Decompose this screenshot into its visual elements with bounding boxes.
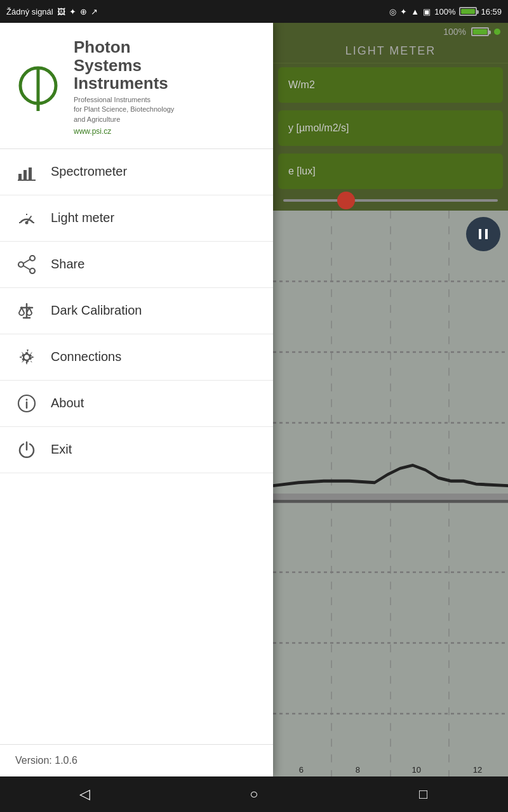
svg-point-24 <box>25 355 29 359</box>
extra-icon: ↗ <box>91 7 98 16</box>
main-content: 100% LIGHT METER W/m2 y [µmol/m2/s] e [l… <box>273 23 508 776</box>
menu-item-exit[interactable]: Exit <box>0 427 273 473</box>
spectrometer-icon <box>15 160 38 183</box>
about-icon <box>15 392 38 415</box>
drawer-logo: Photon Systems Instruments Professional … <box>0 23 273 149</box>
share-label: Share <box>51 257 84 272</box>
gps-icon: ◎ <box>389 7 396 16</box>
location-icon: ⊕ <box>80 7 87 16</box>
main-battery-icon <box>471 27 489 36</box>
menu-item-about[interactable]: About <box>0 381 273 427</box>
svg-rect-30 <box>485 229 488 239</box>
slider-thumb[interactable] <box>337 192 355 209</box>
time-display: 16:59 <box>481 7 502 16</box>
battery-percentage: 100% <box>443 27 466 37</box>
battery-icon <box>459 7 477 16</box>
wifi-icon: ▲ <box>411 7 419 16</box>
menu-item-share[interactable]: Share <box>0 242 273 288</box>
home-icon: ○ <box>250 786 258 802</box>
connection-dot <box>494 29 500 35</box>
data-box-umol: y [µmol/m2/s] <box>278 110 503 146</box>
bluetooth-icon: ✦ <box>400 7 407 16</box>
navigation-drawer: Photon Systems Instruments Professional … <box>0 23 273 776</box>
slider-area[interactable] <box>273 193 508 208</box>
company-url: www.psi.cz <box>74 127 174 136</box>
exit-label: Exit <box>51 442 72 457</box>
status-left: Žádný signál 🖼 ✦ ⊕ ↗ <box>6 7 98 16</box>
back-button[interactable]: ◁ <box>69 779 100 809</box>
calibration-icon <box>15 299 38 322</box>
chart-area: 6 8 10 12 <box>273 211 508 776</box>
svg-point-8 <box>25 221 29 224</box>
battery-text: 100% <box>434 7 455 16</box>
dark-calibration-label: Dark Calibration <box>51 303 142 318</box>
svg-rect-4 <box>23 170 27 180</box>
exit-icon <box>15 438 38 461</box>
share-icon <box>15 253 38 276</box>
signal-icon: 🖼 <box>57 7 65 16</box>
connections-label: Connections <box>51 350 121 364</box>
data-box-lux-label: e [lux] <box>288 166 316 177</box>
svg-rect-3 <box>18 174 22 180</box>
company-logo <box>13 62 64 112</box>
svg-line-15 <box>23 259 30 263</box>
menu-item-dark-calibration[interactable]: Dark Calibration <box>0 288 273 334</box>
svg-rect-39 <box>273 503 508 776</box>
light-meter-title: LIGHT METER <box>273 41 508 63</box>
x-label-12: 12 <box>473 765 482 775</box>
svg-line-16 <box>23 266 30 270</box>
drawer-menu: Spectrometer Light meter <box>0 149 273 744</box>
logo-text: Photon Systems Instruments Professional … <box>74 38 174 136</box>
svg-rect-5 <box>29 167 32 180</box>
data-box-wm2: W/m2 <box>278 67 503 103</box>
menu-item-light-meter[interactable]: Light meter <box>0 195 273 242</box>
svg-point-14 <box>30 268 35 273</box>
slider-track[interactable] <box>283 199 498 202</box>
nav-bar: ◁ ○ □ <box>0 776 508 812</box>
chart-svg <box>273 211 508 776</box>
home-button[interactable]: ○ <box>239 779 269 809</box>
company-name: Photon Systems Instruments <box>74 38 174 93</box>
svg-point-13 <box>18 262 23 267</box>
svg-rect-29 <box>479 229 481 239</box>
version-text: Version: 1.0.6 <box>0 744 273 776</box>
status-bar: Žádný signál 🖼 ✦ ⊕ ↗ ◎ ✦ ▲ ▣ 100% 16:59 <box>0 0 508 23</box>
data-box-umol-label: y [µmol/m2/s] <box>288 122 349 134</box>
recents-button[interactable]: □ <box>408 779 439 809</box>
lightmeter-label: Light meter <box>51 211 114 225</box>
data-box-lux: e [lux] <box>278 154 503 189</box>
svg-point-26 <box>26 398 28 400</box>
x-label-10: 10 <box>412 765 421 775</box>
pause-button[interactable] <box>466 217 500 251</box>
spectrometer-label: Spectrometer <box>51 164 127 179</box>
data-box-wm2-label: W/m2 <box>288 79 315 91</box>
menu-item-connections[interactable]: Connections <box>0 334 273 381</box>
signal-text: Žádný signál <box>6 7 53 16</box>
x-label-8: 8 <box>356 765 360 775</box>
status-right: ◎ ✦ ▲ ▣ 100% 16:59 <box>389 7 502 16</box>
menu-item-spectrometer[interactable]: Spectrometer <box>0 149 273 195</box>
connections-icon <box>15 346 38 369</box>
signal-bars-icon: ▣ <box>423 7 431 16</box>
svg-point-12 <box>30 256 35 261</box>
back-icon: ◁ <box>79 786 90 802</box>
x-label-6: 6 <box>299 765 304 775</box>
usb-icon: ✦ <box>69 7 76 16</box>
recents-icon: □ <box>419 786 427 802</box>
x-axis-labels: 6 8 10 12 <box>273 763 508 776</box>
lightmeter-icon <box>15 207 38 230</box>
company-subtitle: Professional Instrumentsfor Plant Scienc… <box>74 95 174 124</box>
top-bar: 100% <box>273 23 508 41</box>
about-label: About <box>51 396 84 410</box>
